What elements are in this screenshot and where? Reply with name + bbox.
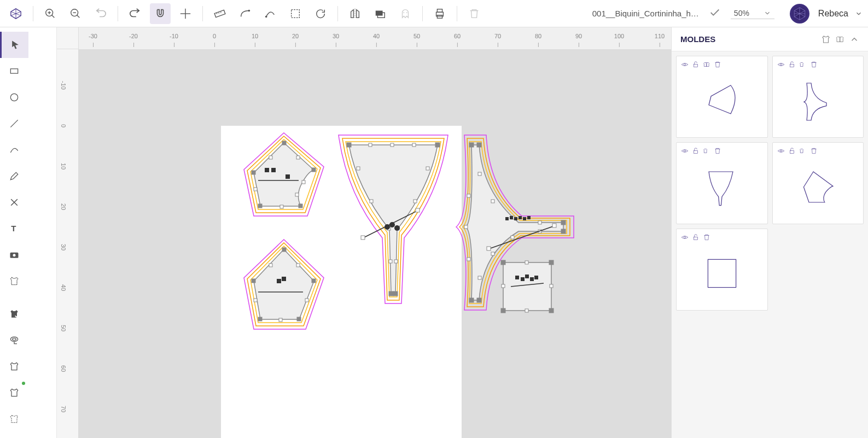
ruler-button[interactable] [209, 3, 230, 24]
molde-card-5[interactable] [676, 229, 768, 311]
pattern-tool-5[interactable] [0, 432, 28, 438]
molde-card-1[interactable] [676, 56, 768, 138]
eye-icon[interactable] [681, 147, 689, 155]
camera-tool[interactable] [0, 242, 28, 268]
circle-icon [9, 92, 20, 103]
curve-tool-1-button[interactable] [235, 3, 255, 24]
logo-button[interactable] [5, 3, 26, 24]
svg-rect-79 [369, 143, 372, 147]
mirror-button[interactable] [345, 3, 365, 24]
delete-button[interactable] [464, 3, 485, 24]
zoom-in-button[interactable] [40, 3, 61, 24]
curve-tool[interactable] [0, 137, 28, 163]
molde-preview [777, 155, 859, 219]
close-tool[interactable] [0, 189, 28, 215]
magnet-button[interactable] [150, 3, 171, 24]
eye-icon[interactable] [777, 147, 785, 155]
trash-icon[interactable] [714, 61, 721, 68]
layers-button[interactable] [370, 3, 391, 24]
svg-rect-71 [305, 299, 308, 302]
svg-point-137 [684, 63, 686, 66]
svg-rect-140 [790, 64, 794, 67]
rectangle-tool[interactable] [0, 58, 28, 84]
pattern-tool-2[interactable] [0, 353, 28, 379]
molde-preview [681, 241, 763, 306]
trash-icon[interactable] [714, 147, 721, 155]
eye-icon[interactable] [681, 233, 689, 241]
shirts-icon[interactable] [835, 34, 845, 44]
pattern-piece-5[interactable] [500, 259, 555, 314]
curve-tool-2-button[interactable] [260, 3, 281, 24]
pattern-tool-3[interactable] [0, 379, 28, 406]
pattern-tool-4[interactable] [0, 406, 28, 432]
select-tool[interactable] [0, 32, 28, 58]
svg-rect-124 [549, 260, 554, 265]
circle-tool[interactable] [0, 84, 28, 110]
user-avatar[interactable] [790, 4, 809, 24]
lock-icon[interactable] [692, 233, 700, 241]
molde-card-2[interactable] [772, 56, 864, 138]
user-name-label: Rebeca [818, 9, 848, 19]
selection-icon [289, 8, 301, 20]
pattern-piece-2[interactable] [237, 235, 330, 339]
moldes-grid [672, 51, 868, 438]
pattern-piece-1[interactable] [237, 129, 330, 227]
svg-line-9 [77, 15, 80, 17]
svg-rect-115 [552, 224, 556, 227]
zoom-dropdown[interactable]: 50% [731, 8, 774, 19]
print-button[interactable] [429, 3, 450, 24]
crosshair-button[interactable] [175, 3, 196, 24]
svg-rect-68 [269, 264, 272, 267]
pencil-tool[interactable] [0, 163, 28, 189]
eye-icon[interactable] [777, 61, 785, 68]
text-icon: T [9, 223, 20, 234]
shirt-icon[interactable] [821, 34, 831, 44]
shirts-icon[interactable] [799, 61, 807, 68]
molde-card-4[interactable] [772, 142, 864, 224]
garment-tool[interactable] [0, 268, 28, 294]
svg-rect-27 [437, 15, 442, 18]
shirts-icon[interactable] [703, 147, 710, 155]
svg-rect-84 [370, 200, 373, 203]
shirts-icon[interactable] [799, 147, 807, 155]
shirts-icon[interactable] [703, 61, 710, 68]
ghost-button[interactable] [395, 3, 416, 24]
pattern-tool-1[interactable] [0, 301, 28, 327]
magnet-icon [154, 8, 166, 20]
svg-rect-98 [561, 220, 566, 225]
curve-icon [264, 8, 276, 20]
lock-icon[interactable] [788, 61, 796, 68]
trash-icon[interactable] [810, 61, 818, 68]
molde-card-3[interactable] [676, 142, 768, 224]
svg-rect-33 [10, 69, 18, 73]
trash-icon[interactable] [703, 233, 710, 241]
svg-rect-132 [515, 276, 519, 279]
undo-button[interactable] [90, 3, 111, 24]
redo-button[interactable] [125, 3, 145, 24]
selection-box-button[interactable] [285, 3, 306, 24]
lock-icon[interactable] [788, 147, 796, 155]
refresh-button[interactable] [310, 3, 331, 24]
eye-icon[interactable] [681, 61, 689, 68]
card-action-icons [777, 147, 859, 155]
svg-rect-60 [271, 168, 276, 172]
measure-tool[interactable] [0, 327, 28, 353]
pattern-piece-3[interactable] [330, 129, 456, 309]
lock-icon[interactable] [692, 61, 700, 68]
trash-icon[interactable] [810, 147, 818, 155]
canvas[interactable] [79, 49, 671, 438]
lock-icon[interactable] [692, 147, 700, 155]
chevron-up-icon[interactable] [849, 34, 859, 44]
text-tool[interactable]: T [0, 215, 28, 242]
svg-point-143 [780, 150, 782, 152]
svg-rect-57 [295, 193, 299, 196]
svg-point-145 [684, 236, 686, 238]
right-panel: MOLDES [671, 27, 868, 438]
user-menu-chevron-icon[interactable] [855, 10, 863, 17]
line-tool[interactable] [0, 110, 28, 137]
zoom-out-button[interactable] [65, 3, 86, 24]
svg-rect-128 [525, 309, 528, 312]
svg-rect-118 [514, 217, 517, 220]
svg-rect-109 [478, 276, 481, 279]
svg-rect-126 [549, 308, 554, 313]
